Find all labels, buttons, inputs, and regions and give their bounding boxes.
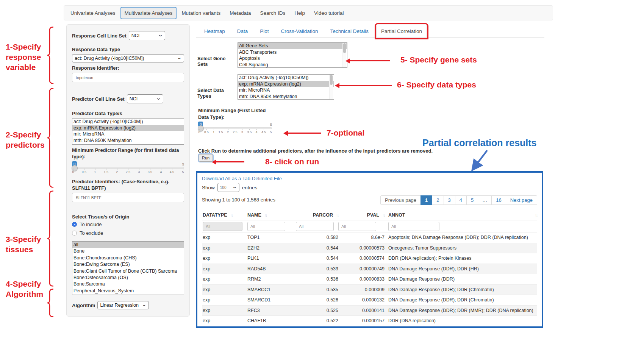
- page-number-button[interactable]: 4: [455, 195, 467, 205]
- predictor-cell-line-set-select[interactable]: NCI ⌄: [127, 94, 163, 103]
- scrollbar-thumb[interactable]: [343, 43, 346, 53]
- cell-name: SMARCD1: [247, 297, 296, 303]
- column-header[interactable]: DATATYPE: [203, 212, 227, 218]
- annotation-arrow-left-icon: [288, 133, 321, 134]
- annotation-brace-icon: [47, 190, 55, 287]
- scrollbar[interactable]: [342, 43, 346, 67]
- column-header[interactable]: ANNOT: [388, 212, 405, 218]
- listbox-option[interactable]: Bone:Osteosarcoma (OS): [72, 275, 184, 281]
- tab[interactable]: Plot: [255, 25, 273, 37]
- page-number-button[interactable]: 1: [420, 195, 432, 205]
- listbox-option[interactable]: Apoptosis: [238, 55, 347, 62]
- response-identifier-input[interactable]: [72, 73, 184, 82]
- table-row[interactable]: exp TOP1 0.582 8.6e-7 Apoptosis; DNA Dam…: [202, 232, 537, 243]
- tab[interactable]: Heatmap: [200, 25, 230, 37]
- table-row[interactable]: exp PLK1 0.544 0.00000574 DDR (DNA repli…: [202, 253, 537, 264]
- predictor-identifiers-input[interactable]: [72, 193, 184, 202]
- listbox-option[interactable]: exp: mRNA Expression (log2): [72, 125, 184, 131]
- cell-datatype: exp: [202, 235, 247, 240]
- filter-input-datatype[interactable]: [203, 222, 242, 231]
- table-row[interactable]: exp CHAF1B 0.522 0.0000157 DDR (DNA repl…: [202, 315, 537, 326]
- nav-item[interactable]: Search IDs: [256, 7, 289, 19]
- column-header[interactable]: NAME: [247, 212, 261, 218]
- annotation-arrow-left-icon: [350, 60, 390, 61]
- listbox-option[interactable]: mth: DNA 850K Methylation: [238, 94, 334, 100]
- tissue-radio-option[interactable]: To exclude: [72, 230, 184, 236]
- listbox-option[interactable]: mth: DNA 850K Methylation: [72, 137, 184, 144]
- entries-label: entries: [242, 185, 258, 190]
- listbox-option[interactable]: ABC Transporters: [238, 49, 347, 56]
- tab[interactable]: Data: [233, 25, 253, 37]
- page-number-button[interactable]: …: [478, 195, 492, 205]
- page-number-button[interactable]: 5: [466, 195, 478, 205]
- filter-input-name[interactable]: [247, 222, 285, 231]
- pagination: Previous page 1 2 3 4 5 …: [381, 195, 537, 205]
- listbox-option[interactable]: mir: MicroRNA: [72, 131, 184, 137]
- filter-input-pval[interactable]: [338, 222, 376, 231]
- tissue-radio-option[interactable]: To include: [72, 222, 184, 227]
- scrollbar-thumb[interactable]: [330, 75, 333, 85]
- data-types-listbox: act: Drug Activity (-log10[IC50M]) exp: …: [238, 74, 334, 100]
- listbox-option[interactable]: exp: mRNA Expression (log2): [238, 81, 334, 87]
- next-page-button[interactable]: Next page: [506, 195, 537, 205]
- annotation-step4: 4-Specify Algorithm: [6, 279, 43, 299]
- table-row[interactable]: exp EZH2 0.544 0.00000573 Oncogenes; Tum…: [202, 243, 537, 253]
- table-row[interactable]: exp SMARCD1 0.526 0.0000132 DNA Damage R…: [202, 295, 537, 305]
- listbox-option[interactable]: Bone: [72, 248, 184, 254]
- tab[interactable]: Partial Correlation: [376, 25, 427, 38]
- sidebar-panel: Response Cell Line Set NCI ⌄ Response Da…: [66, 24, 190, 317]
- min-predictor-range-slider: 0 5 00.511.522.533.544.55: [72, 161, 184, 174]
- response-data-type-select[interactable]: act: Drug Activity (-log10[IC50M]) ⌄: [72, 54, 184, 62]
- filter-input-annot[interactable]: [388, 222, 439, 231]
- cell-pval: 0.0000132: [338, 297, 385, 303]
- column-header[interactable]: PVAL: [367, 212, 379, 218]
- algorithm-label: Algorithm: [72, 302, 95, 309]
- nav-item[interactable]: Mutation variants: [177, 7, 225, 19]
- listbox-option[interactable]: Bone:Chondrosarcoma (CHS): [72, 255, 184, 261]
- cell-pval: 0.000009: [338, 287, 385, 292]
- listbox-option[interactable]: all: [72, 242, 184, 248]
- response-cell-line-set-select[interactable]: NCI ⌄: [129, 31, 165, 40]
- cell-annot: Oncogenes; Tumor Suppressors: [385, 245, 537, 251]
- listbox-option[interactable]: Bone:Giant Cell Tumor of Bone (GCTB) Sar…: [72, 268, 184, 275]
- listbox-option[interactable]: Peripheral_Nervous_System: [72, 288, 184, 294]
- table-row[interactable]: exp SMARCC1 0.535 0.000009 DNA Damage Re…: [202, 284, 537, 295]
- table-row[interactable]: exp RAD54B 0.539 0.00000749 DNA Damage R…: [202, 264, 537, 274]
- algorithm-select[interactable]: Linear Regression ⌄: [97, 301, 149, 309]
- page-number-button[interactable]: 3: [444, 195, 455, 205]
- scrollbar[interactable]: [329, 75, 333, 99]
- listbox-option[interactable]: act: Drug Activity (-log10[IC50M]): [72, 119, 184, 125]
- slider-tick-label: 2.5: [233, 130, 238, 134]
- sort-icon[interactable]: ↑↓: [264, 213, 267, 217]
- previous-page-button[interactable]: Previous page: [380, 195, 421, 205]
- nav-item[interactable]: Metadata: [225, 7, 255, 19]
- sort-icon[interactable]: ↑↓: [535, 213, 537, 217]
- radio-icon[interactable]: [72, 222, 77, 227]
- chevron-down-icon: ⌄: [158, 33, 163, 37]
- nav-item[interactable]: Help: [290, 7, 309, 19]
- sort-icon[interactable]: ↑↓: [230, 213, 233, 217]
- filter-input-parcor[interactable]: [296, 222, 334, 231]
- nav-item[interactable]: Video tutorial: [310, 7, 348, 19]
- tissue-radio-group: To include To exclude: [72, 222, 184, 236]
- listbox-option[interactable]: Bone:Sarcoma: [72, 281, 184, 287]
- table-row[interactable]: exp RFC3 0.525 0.0000141 DNA Damage Resp…: [202, 305, 537, 316]
- page-size-select[interactable]: 100 ⌄: [217, 183, 239, 192]
- download-link[interactable]: Download All as a Tab-Delimited File: [202, 176, 282, 181]
- listbox-option[interactable]: act: Drug Activity (-log10[IC50M]): [238, 75, 334, 81]
- listbox-option[interactable]: Bone:Ewing Sarcoma (ES): [72, 261, 184, 268]
- page-number-button[interactable]: 16: [491, 195, 506, 205]
- table-row[interactable]: exp RRM2 0.536 0.00000833 DNA Damage Res…: [202, 274, 537, 284]
- nav-item[interactable]: Univariate Analyses: [66, 7, 120, 19]
- page-number-button[interactable]: 2: [432, 195, 444, 205]
- nav-item[interactable]: Multivariate Analyses: [120, 7, 177, 19]
- tab[interactable]: Cross-Validation: [277, 25, 323, 37]
- tab[interactable]: Technical Details: [326, 25, 373, 37]
- tissue-listbox: all Bone Bone:Chondrosarcoma (CHS) Bone:…: [72, 241, 184, 295]
- listbox-option[interactable]: mir: MicroRNA: [238, 87, 334, 94]
- run-button[interactable]: Run: [199, 154, 213, 162]
- listbox-option[interactable]: Cell Signaling: [238, 62, 347, 68]
- listbox-option[interactable]: All Gene Sets: [238, 43, 347, 49]
- radio-icon[interactable]: [72, 231, 77, 236]
- column-header[interactable]: PARCOR: [313, 212, 333, 218]
